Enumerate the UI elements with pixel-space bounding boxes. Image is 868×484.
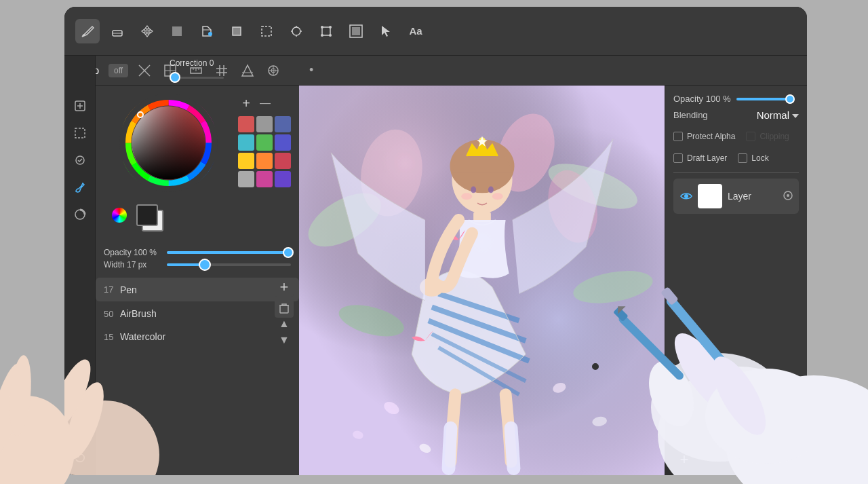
svg-point-2 (208, 32, 212, 36)
swatch-8[interactable] (275, 153, 291, 169)
checkboxes-row1: Protect Alpha Clipping (673, 128, 799, 145)
snap-circle-icon[interactable] (264, 61, 283, 80)
swatch-3[interactable] (238, 134, 254, 151)
swatch-4[interactable] (256, 134, 273, 151)
cursor-tool-btn[interactable] (374, 19, 398, 43)
brush-item-1[interactable]: 50 AirBrush (96, 303, 299, 324)
blending-value: Normal (757, 109, 789, 121)
layer-delete-btn[interactable] (777, 449, 799, 470)
swatch-5[interactable] (275, 134, 291, 151)
left-panel: + — (96, 86, 299, 475)
color-section: + — (96, 86, 299, 238)
clipping-label: Clipping (760, 132, 789, 141)
swatch-9[interactable] (238, 171, 254, 187)
brush-panel: 17 Pen 50 AirBrush 15 Watercolor + (96, 278, 299, 348)
move-tool-btn[interactable] (135, 19, 159, 43)
protect-alpha-checkbox[interactable] (673, 132, 683, 141)
snap-diagonal-icon[interactable] (135, 61, 154, 80)
svg-point-5 (292, 27, 300, 35)
brush-opacity-section: Opacity 100 % Width 17 px (96, 242, 299, 275)
transform-tool-btn[interactable] (314, 19, 338, 43)
foreground-color-swatch[interactable] (136, 204, 158, 226)
svg-point-95 (787, 194, 789, 197)
swatch-7[interactable] (256, 153, 273, 169)
snap-perspective-icon[interactable] (238, 61, 257, 80)
swatch-10[interactable] (256, 171, 273, 187)
tablet-frame: Aa Snap off (64, 7, 807, 475)
draft-layer-checkbox[interactable] (673, 153, 683, 163)
pen-tool-btn[interactable] (75, 19, 100, 43)
svg-rect-64 (280, 305, 288, 313)
checkboxes-row2: Draft Layer Lock (673, 149, 799, 167)
svg-rect-96 (784, 457, 792, 464)
svg-point-14 (321, 34, 323, 37)
brush-item-0[interactable]: 17 Pen (96, 278, 299, 301)
color2-tool-btn[interactable] (224, 19, 249, 43)
correction-slider[interactable] (170, 72, 224, 83)
width-slider-label: Width 17 px (104, 260, 161, 269)
swatch-1[interactable] (256, 116, 273, 132)
blending-dropdown[interactable]: Normal (757, 109, 799, 121)
correction-label: Correction 0 (170, 58, 214, 68)
snap-dot-icon[interactable]: • (302, 61, 321, 80)
opacity-track[interactable] (167, 251, 291, 254)
fill-tool-btn[interactable] (195, 19, 219, 43)
sidebar-stamp-btn[interactable] (68, 148, 92, 172)
brush-name-1: AirBrush (120, 308, 291, 319)
left-sidebar (64, 56, 96, 475)
sidebar-brush-btn[interactable] (68, 175, 92, 200)
layer-add-btn[interactable]: + (673, 449, 695, 470)
brush-del-btn[interactable] (275, 299, 294, 318)
blending-chevron-icon (792, 114, 799, 118)
brush-item-2[interactable]: 15 Watercolor (96, 326, 299, 348)
select-tool-btn[interactable] (254, 19, 279, 43)
palette-add-btn[interactable]: + (238, 95, 254, 111)
sidebar-undo-btn[interactable] (68, 445, 92, 470)
svg-point-110 (0, 396, 75, 484)
rect-tool-btn[interactable] (165, 19, 189, 43)
svg-point-111 (0, 360, 31, 459)
lock-row: Lock (738, 153, 768, 163)
blending-row: Blending Normal (673, 109, 799, 121)
lock-label: Lock (751, 153, 768, 163)
text-tool-btn[interactable]: Aa (403, 19, 428, 43)
brush-add-btn[interactable]: + (275, 278, 294, 297)
layer-footer: + (665, 443, 807, 475)
brush-down-btn[interactable]: ▼ (275, 333, 294, 348)
layer-settings-btn[interactable] (783, 190, 793, 203)
sidebar-select-btn[interactable] (68, 121, 92, 145)
swatch-6[interactable] (238, 153, 254, 169)
sidebar-new-btn[interactable] (68, 94, 92, 118)
width-track[interactable] (167, 263, 291, 266)
color-wheel[interactable] (119, 94, 218, 192)
palette-del-btn[interactable]: — (257, 95, 273, 111)
layer-item[interactable]: Layer (673, 179, 799, 214)
layer-visibility-btn[interactable] (679, 189, 694, 204)
color-swatches-row (104, 204, 291, 226)
sidebar-redo-btn[interactable] (68, 418, 92, 443)
lock-checkbox[interactable] (738, 153, 747, 163)
color-palette-picker-btn[interactable] (112, 208, 127, 223)
svg-rect-10 (322, 27, 330, 35)
clipping-checkbox[interactable] (746, 132, 755, 141)
swatch-2[interactable] (275, 116, 291, 132)
top-toolbar: Aa (64, 7, 807, 56)
crop-tool-btn[interactable] (344, 19, 368, 43)
brush-up-btn[interactable]: ▲ (275, 316, 294, 331)
swatch-11[interactable] (275, 171, 291, 187)
snap-off-btn[interactable]: off (108, 64, 128, 77)
brush-num-1: 50 (104, 309, 120, 319)
opacity-slider[interactable] (736, 98, 793, 100)
eraser-tool-btn[interactable] (105, 19, 130, 43)
canvas-area[interactable] (299, 86, 665, 475)
opacity-slider-label: Opacity 100 % (104, 248, 161, 257)
svg-point-80 (471, 186, 476, 193)
sidebar-color-btn[interactable] (68, 202, 92, 227)
layer-name-label: Layer (728, 191, 783, 202)
picker-tool-btn[interactable] (284, 19, 309, 43)
draft-layer-row: Draft Layer (673, 153, 727, 163)
sidebar-layers-btn[interactable] (68, 391, 92, 415)
swatch-0[interactable] (238, 116, 254, 132)
svg-point-11 (321, 26, 323, 29)
right-panel-content: Opacity 100 % Blending Normal Protect A (665, 86, 807, 227)
